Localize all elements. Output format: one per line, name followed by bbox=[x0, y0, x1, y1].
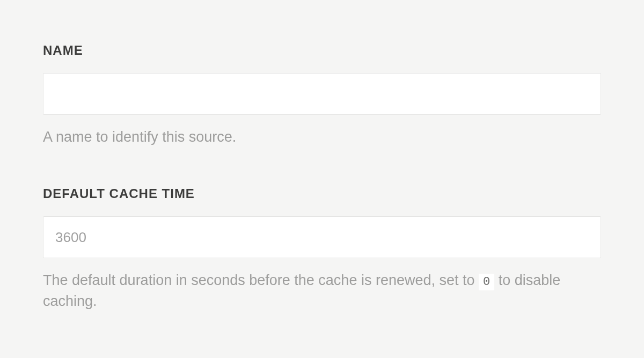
name-field-group: NAME A name to identify this source. bbox=[43, 43, 601, 148]
cache-time-field-group: DEFAULT CACHE TIME The default duration … bbox=[43, 186, 601, 312]
form-container: NAME A name to identify this source. DEF… bbox=[0, 0, 644, 312]
name-help-text: A name to identify this source. bbox=[43, 127, 601, 148]
cache-time-help-text: The default duration in seconds before t… bbox=[43, 270, 601, 312]
cache-help-code: 0 bbox=[479, 274, 494, 290]
name-label: NAME bbox=[43, 43, 601, 58]
cache-time-label: DEFAULT CACHE TIME bbox=[43, 186, 601, 201]
cache-time-input[interactable] bbox=[43, 216, 601, 258]
name-input[interactable] bbox=[43, 73, 601, 115]
cache-help-prefix: The default duration in seconds before t… bbox=[43, 272, 479, 288]
